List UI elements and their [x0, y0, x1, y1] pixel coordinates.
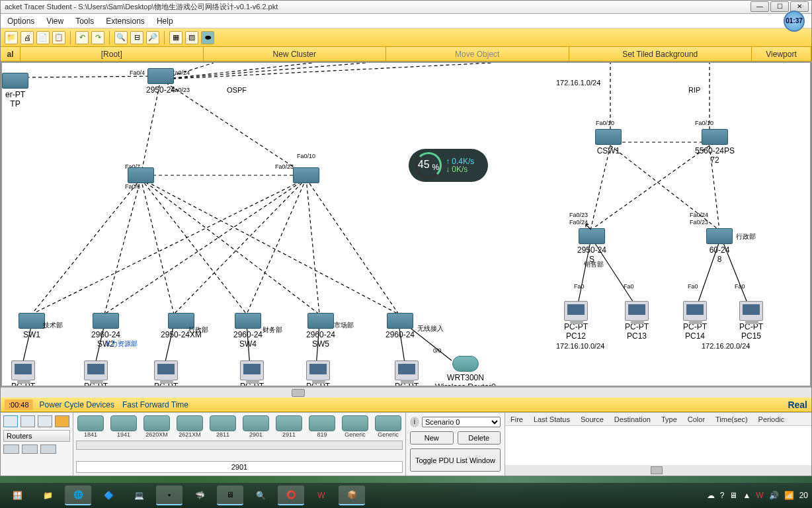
system-tray[interactable]: ☁ ? 🖥 ▲ W 🔊 📶 20 [707, 491, 808, 500]
tray-icon[interactable]: W [756, 491, 763, 500]
device-sw-right[interactable]: 60-24 8 [706, 228, 733, 264]
subcat-2-icon[interactable] [22, 444, 38, 454]
menu-help[interactable]: Help [157, 17, 173, 26]
model-2811[interactable]: 2811 [208, 415, 237, 438]
fast-forward-button[interactable]: Fast Forward Time [122, 400, 188, 409]
pdu-col-timesec[interactable]: Time(sec) [710, 415, 752, 423]
paste-icon[interactable]: 📋 [52, 31, 65, 44]
titlebar[interactable]: acket Tracer Student - S:\Users\Sam\Desk… [1, 1, 811, 14]
custom-icon[interactable]: ▨ [185, 31, 198, 44]
info-icon[interactable]: i [410, 417, 419, 427]
device-pc15[interactable]: PC-PT PC15 [739, 301, 763, 341]
tray-time[interactable]: 20 [799, 491, 808, 500]
canvas-hscroll[interactable] [1, 387, 811, 398]
palette-icon[interactable]: ▦ [169, 31, 183, 44]
delete-button[interactable]: Delete [458, 431, 501, 444]
vm-icon[interactable]: 🖥 [217, 486, 243, 505]
app-icon[interactable]: 💻 [126, 486, 152, 505]
pdu-col-laststatus[interactable]: Last Status [528, 415, 575, 423]
device-msw2[interactable]: 5560-24PS 72 [695, 129, 735, 165]
device-server[interactable]: er-PT TP [2, 73, 28, 108]
model-2911[interactable]: 2911 [274, 415, 304, 438]
device-sw-left[interactable]: 2950-24 S [577, 228, 606, 264]
cat-wan-icon[interactable] [55, 415, 69, 427]
pdu-hscroll[interactable] [505, 465, 811, 476]
model-hscroll[interactable] [76, 441, 403, 450]
nav-set-tiled[interactable]: Set Tiled Background [569, 47, 752, 61]
device-sw4[interactable]: 2960-24 SW4 [233, 313, 263, 349]
device-pc6[interactable]: PC-PT [240, 360, 264, 387]
pdu-col-destination[interactable]: Destination [609, 415, 656, 423]
device-icon[interactable]: ⬬ [201, 31, 214, 44]
scrollbar-thumb[interactable] [651, 466, 663, 474]
device-dist-right[interactable] [293, 167, 319, 185]
print-icon[interactable]: 🖨 [20, 31, 34, 44]
device-pc2[interactable]: PC-PT PC2 [84, 360, 108, 387]
app-icon[interactable]: W [308, 486, 335, 505]
tray-icon[interactable]: ☁ [707, 491, 715, 500]
app-icon[interactable]: 🦈 [186, 486, 213, 505]
redo-icon[interactable]: ↷ [91, 31, 104, 44]
scrollbar-thumb[interactable] [292, 389, 305, 397]
clock-widget[interactable]: 01:37 [784, 11, 805, 32]
menu-tools[interactable]: Tools [75, 17, 94, 26]
model-2901[interactable]: 2901 [241, 415, 270, 438]
packet-tracer-icon[interactable]: 📦 [339, 486, 365, 505]
pdu-col-type[interactable]: Type [656, 415, 682, 423]
cat-wireless-icon[interactable] [38, 415, 52, 427]
device-pc8[interactable]: PC-PT PC8 [306, 360, 330, 387]
taskbar[interactable]: 🪟 📁 🌐 🔷 💻 ▪ 🦈 🖥 🔍 ⭕ W 📦 ☁ ? 🖥 ▲ W 🔊 📶 20 [0, 483, 812, 508]
app-icon[interactable]: ⭕ [278, 486, 304, 505]
tray-icon[interactable]: 🖥 [729, 491, 737, 500]
device-pc10[interactable]: PC-PT PC10 [395, 360, 419, 387]
tray-icon[interactable]: ? [720, 491, 725, 500]
workspace-canvas[interactable]: OSPF RIP 172.16.1.0/24 172.16.10.0/24 17… [1, 62, 811, 387]
scenario-select[interactable]: Scenario 0 [422, 417, 501, 427]
device-wrt[interactable]: WRT300N Wireless Router0 [435, 356, 496, 387]
device-pc0[interactable]: PC-PT PC0 [11, 360, 35, 387]
start-button[interactable]: 🪟 [4, 486, 30, 505]
pdu-col-color[interactable]: Color [682, 415, 710, 423]
nav-move-object[interactable]: Move Object [386, 47, 569, 61]
device-core-switch[interactable]: 2950-24 [146, 68, 175, 95]
model-Generic[interactable]: Generic [341, 415, 370, 438]
new-button[interactable]: New [410, 431, 454, 444]
terminal-icon[interactable]: ▪ [156, 486, 183, 505]
copy-icon[interactable]: 📄 [36, 31, 50, 44]
zoom-reset-icon[interactable]: ⊟ [130, 31, 143, 44]
realtime-label[interactable]: Real [788, 400, 807, 410]
device-dist-left[interactable] [128, 167, 154, 185]
chrome-icon[interactable]: 🌐 [65, 486, 91, 505]
model-Generic[interactable]: Generic [374, 415, 403, 438]
device-sw5[interactable]: 2960-24 SW5 [306, 313, 335, 349]
search-icon[interactable]: 🔍 [247, 486, 274, 505]
nav-root[interactable]: [Root] [20, 47, 204, 61]
open-icon[interactable]: 📁 [5, 31, 18, 44]
model-1941[interactable]: 1941 [109, 415, 138, 438]
tray-icon[interactable]: 📶 [784, 491, 794, 500]
zoom-out-icon[interactable]: 🔎 [146, 31, 159, 44]
pdu-list[interactable] [505, 426, 811, 465]
model-2621XM[interactable]: 2621XM [175, 415, 204, 438]
subcat-3-icon[interactable] [40, 444, 56, 454]
cat-switches-icon[interactable] [20, 415, 35, 427]
pdu-col-periodic[interactable]: Periodic [753, 415, 790, 423]
app-icon[interactable]: 🔷 [95, 486, 122, 505]
maximize-button[interactable]: ☐ [770, 1, 789, 12]
cat-routers-icon[interactable] [3, 415, 18, 427]
zoom-in-icon[interactable]: 🔍 [114, 31, 128, 44]
toggle-pdu-button[interactable]: Toggle PDU List Window [410, 448, 501, 472]
pdu-col-source[interactable]: Source [575, 415, 609, 423]
menu-extensions[interactable]: Extensions [106, 17, 145, 26]
device-pc4[interactable]: PC-PT PC4 [154, 360, 178, 387]
model-819[interactable]: 819 [307, 415, 337, 438]
menu-view[interactable]: View [46, 17, 63, 26]
tray-icon[interactable]: ▲ [743, 491, 751, 500]
device-sw6[interactable]: 2960-24 [386, 313, 415, 339]
undo-icon[interactable]: ↶ [75, 31, 89, 44]
device-pc13[interactable]: PC-PT PC13 [625, 301, 649, 341]
nav-new-cluster[interactable]: New Cluster [204, 47, 387, 61]
tray-icon[interactable]: 🔊 [769, 491, 779, 500]
menu-options[interactable]: Options [7, 17, 34, 26]
device-pc14[interactable]: PC-PT PC14 [683, 301, 707, 341]
